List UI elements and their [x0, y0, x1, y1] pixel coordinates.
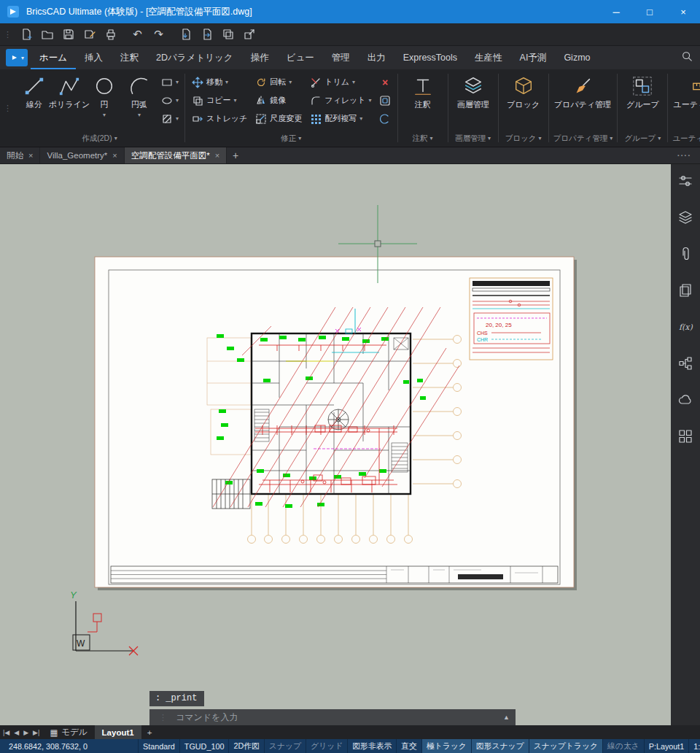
fields-panel-icon[interactable]: f(x) — [677, 319, 693, 335]
redo-button[interactable]: ↷ — [149, 25, 168, 44]
move-button[interactable]: 移動▾ — [189, 74, 249, 90]
command-input-placeholder[interactable]: コマンドを入力 — [176, 711, 238, 724]
scale-button[interactable]: 尺度変更 — [252, 110, 304, 127]
status-snap[interactable]: スナップ — [265, 739, 306, 753]
group-label-groups[interactable]: グループ▾ — [618, 132, 667, 147]
mirror-button[interactable]: 鏡像 — [252, 92, 304, 109]
ellipse-tool-button[interactable]: ▾ — [158, 92, 181, 109]
properties-button[interactable]: プロパティ管理 — [551, 71, 614, 110]
ribbon-search-icon[interactable] — [681, 50, 700, 65]
structure-panel-icon[interactable] — [677, 355, 693, 371]
ribbon-tab-2d-parametric[interactable]: 2Dパラメトリック — [147, 46, 242, 69]
trim-button[interactable]: トリム▾ — [307, 74, 373, 90]
ribbon-tab-expresstools[interactable]: ExpressTools — [394, 46, 466, 69]
new-drawing-button[interactable] — [16, 25, 36, 44]
open-drawing-button[interactable] — [37, 25, 57, 44]
print-button[interactable] — [101, 25, 120, 44]
rectangle-tool-button[interactable]: ▾ — [158, 74, 181, 90]
copy-button[interactable]: コピー▾ — [189, 92, 249, 109]
join-button[interactable] — [377, 110, 394, 127]
hatch-tool-button[interactable]: ▾ — [158, 110, 181, 127]
status-grid[interactable]: グリッド — [306, 739, 348, 753]
command-input-bar[interactable]: ⋮ コマンドを入力 ▲ — [149, 709, 516, 725]
close-tab-icon[interactable]: × — [28, 151, 33, 160]
status-ortho[interactable]: 直交 — [397, 739, 422, 753]
panel-menu-dots[interactable]: ···· — [677, 147, 700, 163]
close-tab-icon[interactable]: × — [215, 151, 219, 160]
utilities-button[interactable]: ユーティリティ — [670, 71, 700, 110]
ribbon-tab-home[interactable]: ホーム — [31, 46, 76, 69]
layers-panel-icon[interactable] — [677, 209, 693, 225]
components-panel-icon[interactable] — [677, 428, 693, 444]
model-tab[interactable]: ▦ モデル — [42, 725, 94, 739]
sheets-panel-icon[interactable] — [677, 282, 693, 298]
ribbon-tab-view[interactable]: ビュー — [278, 46, 323, 69]
share-button[interactable] — [239, 25, 259, 44]
status-style[interactable]: Standard — [139, 739, 180, 753]
undo-button[interactable]: ↶ — [128, 25, 147, 44]
status-workspace[interactable]: 2D作図 — [229, 739, 264, 753]
status-lineweight[interactable]: 線の太さ — [603, 739, 645, 753]
doc-tab-villa-geometry[interactable]: Villa_Geometry* × — [40, 147, 124, 163]
attachments-panel-icon[interactable] — [677, 246, 693, 262]
close-tab-icon[interactable]: × — [112, 151, 117, 160]
group-label-layers[interactable]: 画層管理▾ — [448, 132, 498, 147]
annotate-button[interactable]: 注釈 — [400, 71, 446, 110]
fillet-button[interactable]: フィレット▾ — [307, 92, 373, 109]
collapse-command-icon[interactable]: ▲ — [503, 714, 510, 721]
ribbon-tab-ai-predict[interactable]: AI予測 — [511, 46, 556, 69]
first-layout-button[interactable]: |◀ — [3, 729, 9, 736]
properties-panel-icon[interactable] — [677, 173, 693, 189]
save-as-button[interactable] — [79, 25, 99, 44]
minimize-button[interactable]: ─ — [599, 0, 633, 23]
group-label-utilities[interactable]: ユーティリティ▾ — [668, 132, 700, 147]
group-label-properties[interactable]: プロパティ管理▾ — [549, 132, 618, 147]
prev-layout-button[interactable]: ◀ — [14, 729, 19, 736]
delete-button[interactable]: × — [377, 74, 394, 90]
close-button[interactable]: × — [666, 0, 700, 23]
layout1-tab[interactable]: Layout1 — [95, 725, 141, 739]
export-button[interactable] — [197, 25, 217, 44]
doc-tab-hvac-plan[interactable]: 空調配管設備平面図* × — [125, 147, 227, 163]
save-button[interactable] — [58, 25, 78, 44]
block-button[interactable]: ブロック — [501, 71, 546, 110]
circle-button[interactable]: 円 ▾ — [87, 71, 122, 118]
arc-button[interactable]: 円弧 ▾ — [122, 71, 157, 118]
status-layout[interactable]: P:Layout1 — [645, 739, 690, 753]
ribbon-tab-manage[interactable]: 管理 — [323, 46, 359, 69]
new-tab-button[interactable]: + — [227, 147, 244, 163]
ribbon-tab-insert[interactable]: 挿入 — [76, 46, 112, 69]
status-entity-snap[interactable]: 図形スナップ — [472, 739, 529, 753]
last-layout-button[interactable]: ▶| — [33, 729, 39, 736]
ribbon-tab-output[interactable]: 出力 — [359, 46, 394, 69]
offset-button[interactable] — [377, 92, 394, 109]
cloud-panel-icon[interactable] — [677, 392, 693, 408]
group-label-annotate[interactable]: 注釈▾ — [398, 132, 448, 147]
drawing-canvas[interactable]: 20, 20, 25 CHS CHR — [0, 164, 671, 725]
add-layout-button[interactable]: + — [141, 725, 158, 739]
publish-button[interactable] — [218, 25, 238, 44]
layers-button[interactable]: 画層管理 — [451, 71, 496, 110]
rotate-button[interactable]: 回転▾ — [252, 74, 304, 90]
status-snap-tracking[interactable]: スナップトラック — [529, 739, 603, 753]
group-label-create[interactable]: 作成(2D)▾ — [15, 132, 184, 147]
status-hide-entities[interactable]: 図形非表示 — [348, 739, 397, 753]
command-grip[interactable]: ⋮ — [155, 713, 170, 722]
application-menu-button[interactable]: ▾ — [6, 49, 28, 66]
group-button[interactable]: グループ — [620, 71, 665, 110]
status-profile[interactable]: TGUD_100 — [180, 739, 230, 753]
group-label-blocks[interactable]: ブロック▾ — [499, 132, 548, 147]
maximize-button[interactable]: □ — [633, 0, 666, 23]
line-button[interactable]: 線分 — [17, 71, 52, 110]
status-scale[interactable]: 1:1 — [689, 739, 700, 753]
stretch-button[interactable]: ストレッチ — [189, 110, 249, 127]
ribbon-grip[interactable]: ⋮ — [0, 104, 15, 113]
ribbon-tab-gizmo[interactable]: Gizmo — [555, 46, 599, 69]
ribbon-tab-annotate[interactable]: 注釈 — [112, 46, 147, 69]
ribbon-tab-operate[interactable]: 操作 — [242, 46, 278, 69]
group-label-modify[interactable]: 修正▾ — [185, 132, 397, 147]
toolbar-grip[interactable]: ⋮ — [0, 30, 15, 39]
doc-tab-start[interactable]: 開始 × — [0, 147, 40, 163]
status-polar-tracking[interactable]: 極トラック — [422, 739, 472, 753]
next-layout-button[interactable]: ▶ — [23, 729, 28, 736]
